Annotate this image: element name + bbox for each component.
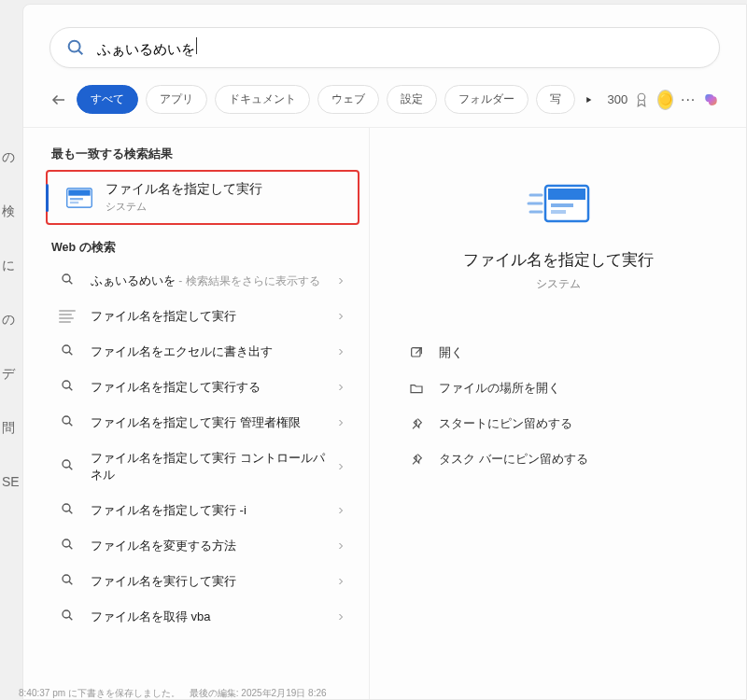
chevron-right-icon <box>335 311 346 322</box>
chevron-right-icon <box>335 382 346 393</box>
chevron-right-icon <box>335 540 346 552</box>
filter-pill[interactable]: すべて <box>77 85 138 114</box>
svg-line-1 <box>78 50 82 54</box>
search-icon <box>65 37 86 58</box>
web-result-row[interactable]: ファイル名を指定して実行 -i <box>46 493 359 528</box>
svg-line-24 <box>69 581 72 584</box>
search-icon <box>60 608 75 626</box>
open-icon <box>409 345 424 360</box>
result-label: ファイル名を実行して実行 <box>91 573 335 590</box>
chevron-right-icon <box>335 461 346 472</box>
svg-line-20 <box>69 511 72 513</box>
user-avatar-icon[interactable]: 🟡 <box>657 90 673 110</box>
document-lines-icon <box>59 310 76 323</box>
filter-pill[interactable]: ドキュメント <box>215 85 310 114</box>
search-icon <box>60 413 75 432</box>
results-column: 最も一致する検索結果 ファイル名を指定して実行 システム Web の検索 ふぁい… <box>23 128 369 699</box>
svg-point-4 <box>638 93 645 101</box>
pin-icon <box>409 416 424 431</box>
content-area: 最も一致する検索結果 ファイル名を指定して実行 システム Web の検索 ふぁい… <box>23 128 746 699</box>
svg-point-9 <box>63 274 70 282</box>
search-panel: ふぁいるめいを すべてアプリドキュメントウェブ設定フォルダー写 300 🟡 ··… <box>22 4 747 700</box>
back-button[interactable] <box>49 87 69 113</box>
svg-rect-31 <box>412 348 420 357</box>
best-match-subtitle: システム <box>106 200 262 214</box>
svg-line-22 <box>69 546 72 549</box>
web-result-row[interactable]: ファイル名を実行して実行 <box>46 564 359 599</box>
svg-line-14 <box>69 387 72 390</box>
svg-rect-30 <box>551 210 566 214</box>
web-result-row[interactable]: ファイル名を変更する方法 <box>46 528 359 564</box>
result-label: ふぁいるめいを - 検索結果をさらに表示する <box>91 273 335 289</box>
search-bar[interactable]: ふぁいるめいを <box>49 27 720 68</box>
action-label: タスク バーにピン留めする <box>439 451 588 468</box>
result-label: ファイル名を変更する方法 <box>91 538 335 554</box>
web-result-row[interactable]: ファイル名を指定して実行する <box>46 370 359 405</box>
result-label: ファイル名を指定して実行 -i <box>91 502 335 519</box>
search-icon <box>60 343 75 361</box>
svg-line-26 <box>69 617 72 620</box>
detail-action[interactable]: ファイルの場所を開く <box>402 371 714 406</box>
more-dots-icon[interactable]: ··· <box>681 91 696 108</box>
search-icon <box>60 457 75 476</box>
result-label: ファイル名を指定して実行 コントロールパネル <box>91 450 335 483</box>
web-result-row[interactable]: ファイル名を指定して実行 管理者権限 <box>46 405 359 441</box>
detail-action[interactable]: タスク バーにピン留めする <box>402 441 714 477</box>
svg-point-21 <box>63 539 70 547</box>
svg-point-0 <box>69 41 80 52</box>
chevron-right-icon <box>335 417 346 428</box>
web-result-row[interactable]: ファイル名を指定して実行 コントロールパネル <box>46 441 359 493</box>
run-dialog-large-icon <box>525 178 592 229</box>
detail-actions: 開くファイルの場所を開くスタートにピン留めするタスク バーにピン留めする <box>392 335 724 477</box>
chevron-right-icon <box>335 275 346 287</box>
svg-point-19 <box>63 504 70 511</box>
svg-point-11 <box>63 345 70 353</box>
rewards-points[interactable]: 300 <box>608 91 651 108</box>
search-input[interactable]: ふぁいるめいを <box>97 37 704 59</box>
svg-point-23 <box>63 575 70 582</box>
svg-rect-8 <box>70 201 78 203</box>
filter-pill[interactable]: フォルダー <box>444 85 529 114</box>
filter-pill[interactable]: 写 <box>536 85 575 114</box>
points-value: 300 <box>608 92 628 106</box>
svg-line-10 <box>69 281 72 284</box>
chevron-right-icon <box>335 346 346 357</box>
svg-rect-29 <box>551 203 573 207</box>
web-search-header: Web の検索 <box>38 232 367 263</box>
copilot-icon[interactable] <box>703 89 720 111</box>
overflow-play-icon[interactable] <box>585 94 593 105</box>
svg-rect-6 <box>68 189 90 195</box>
filter-pill[interactable]: アプリ <box>146 85 207 114</box>
result-label: ファイル名を指定して実行 管理者権限 <box>91 414 335 431</box>
web-result-row[interactable]: ファイル名を取得 vba <box>46 599 359 635</box>
result-label: ファイル名をエクセルに書き出す <box>91 343 335 360</box>
filter-pill[interactable]: ウェブ <box>317 85 379 114</box>
detail-action[interactable]: 開く <box>402 335 714 371</box>
web-result-row[interactable]: ファイル名を指定して実行 <box>46 299 359 334</box>
reward-ribbon-icon <box>633 91 650 108</box>
svg-line-18 <box>69 467 72 469</box>
action-label: 開く <box>439 344 463 361</box>
web-result-row[interactable]: ふぁいるめいを - 検索結果をさらに表示する <box>46 263 359 299</box>
best-match-title: ファイル名を指定して実行 <box>106 181 262 198</box>
best-match-result[interactable]: ファイル名を指定して実行 システム <box>46 170 359 225</box>
svg-marker-3 <box>586 97 591 103</box>
svg-rect-28 <box>548 189 585 200</box>
search-icon <box>60 272 75 290</box>
web-result-row[interactable]: ファイル名をエクセルに書き出す <box>46 334 359 370</box>
detail-action[interactable]: スタートにピン留めする <box>402 406 714 441</box>
back-arrow-icon <box>50 91 67 108</box>
footer-status-text: 8:40:37 pm に下書きを保存しました。 最後の編集: 2025年2月19… <box>19 687 327 700</box>
detail-column: ファイル名を指定して実行 システム 開くファイルの場所を開くスタートにピン留めす… <box>369 128 746 699</box>
filter-pill[interactable]: 設定 <box>387 85 437 114</box>
svg-point-13 <box>63 381 70 388</box>
chevron-right-icon <box>335 576 346 587</box>
filter-row: すべてアプリドキュメントウェブ設定フォルダー写 300 🟡 ··· <box>23 76 746 128</box>
detail-title: ファイル名を指定して実行 <box>463 249 654 271</box>
detail-subtitle: システム <box>536 276 581 292</box>
result-label: ファイル名を指定して実行する <box>91 379 335 396</box>
search-icon <box>60 537 75 555</box>
run-dialog-icon <box>66 188 92 208</box>
result-label: ファイル名を取得 vba <box>91 609 335 625</box>
svg-point-15 <box>63 416 70 424</box>
